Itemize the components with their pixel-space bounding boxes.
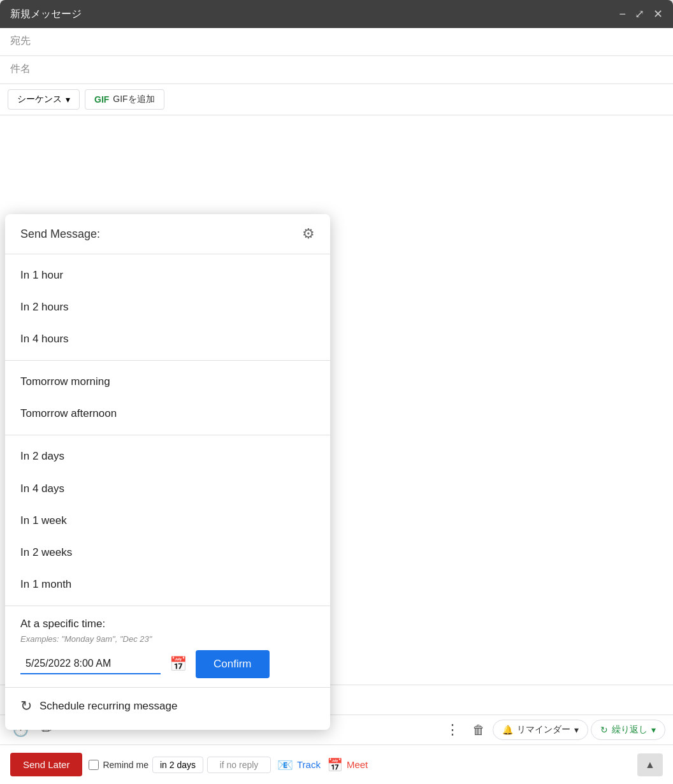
schedule-dropdown: Send Message: ⚙ In 1 hour In 2 hours In … xyxy=(5,214,330,730)
specific-time-label: At a specific time: xyxy=(20,618,315,630)
toolbar-row: シーケンス ▾ GIF GIFを追加 xyxy=(0,84,673,115)
maximize-icon[interactable]: ⤢ xyxy=(635,8,644,20)
if-no-reply-input[interactable] xyxy=(207,757,271,773)
calendar-icon-button[interactable]: 📅 xyxy=(167,656,189,672)
sequence-button[interactable]: シーケンス ▾ xyxy=(8,89,80,110)
meet-icon: 📅 xyxy=(327,757,343,773)
to-field[interactable]: 宛先 xyxy=(0,28,673,56)
item-tomorrow-morning[interactable]: Tomorrow morning xyxy=(5,366,330,398)
group-3: In 2 days In 4 days In 1 week In 2 weeks… xyxy=(5,438,330,602)
divider-1 xyxy=(5,254,330,254)
calendar-icon: 📅 xyxy=(170,656,187,672)
group-2: Tomorrow morning Tomorrow afternoon xyxy=(5,363,330,432)
window-title: 新規メッセージ xyxy=(10,8,82,21)
schedule-recurring-row[interactable]: ↻ Schedule recurring message xyxy=(5,687,330,725)
remind-days-input[interactable] xyxy=(152,757,203,773)
gif-button[interactable]: GIF GIFを追加 xyxy=(85,89,164,110)
gif-label: GIF xyxy=(94,94,109,105)
repeat-arrow-icon: ▾ xyxy=(651,725,656,735)
reminder-arrow-icon: ▾ xyxy=(574,725,579,735)
sequence-arrow-icon: ▾ xyxy=(66,94,70,105)
repeat-icon: ↻ xyxy=(600,725,608,735)
item-in-4-hours[interactable]: In 4 hours xyxy=(5,323,330,355)
gif-suffix: GIFを追加 xyxy=(113,94,154,105)
remind-me-checkbox[interactable] xyxy=(89,760,99,770)
close-icon[interactable]: ✕ xyxy=(653,8,663,20)
item-in-2-hours[interactable]: In 2 hours xyxy=(5,291,330,323)
specific-time-example: Examples: "Monday 9am", "Dec 23" xyxy=(20,634,315,644)
compose-window: 新規メッセージ − ⤢ ✕ 宛先 件名 シーケンス ▾ GIF GIFを追加 S… xyxy=(0,0,673,784)
subject-field[interactable]: 件名 xyxy=(0,56,673,84)
remind-me-label: Remind me xyxy=(103,760,148,770)
item-in-4-days[interactable]: In 4 days xyxy=(5,473,330,505)
divider-2 xyxy=(5,360,330,361)
item-in-1-hour[interactable]: In 1 hour xyxy=(5,259,330,291)
meet-button[interactable]: 📅 Meet xyxy=(327,757,368,773)
title-bar: 新規メッセージ − ⤢ ✕ xyxy=(0,0,673,28)
track-button[interactable]: 📧 Track xyxy=(277,757,321,773)
sequence-label: シーケンス xyxy=(17,94,62,105)
gear-icon[interactable]: ⚙ xyxy=(302,226,315,242)
expand-button[interactable]: ▲ xyxy=(637,753,663,776)
title-bar-actions: − ⤢ ✕ xyxy=(619,8,663,20)
expand-icon: ▲ xyxy=(645,759,655,771)
reminder-button[interactable]: 🔔 リマインダー ▾ xyxy=(493,720,588,740)
item-in-2-days[interactable]: In 2 days xyxy=(5,440,330,472)
recurring-label: Schedule recurring message xyxy=(40,700,177,713)
item-in-2-weeks[interactable]: In 2 weeks xyxy=(5,537,330,569)
confirm-button[interactable]: Confirm xyxy=(196,650,270,678)
subject-label: 件名 xyxy=(10,63,31,74)
compose-body[interactable]: Send Message: ⚙ In 1 hour In 2 hours In … xyxy=(0,115,673,685)
minimize-icon[interactable]: − xyxy=(619,8,626,20)
repeat-label: 繰り返し xyxy=(612,724,648,736)
item-in-1-week[interactable]: In 1 week xyxy=(5,505,330,537)
track-icon: 📧 xyxy=(277,757,293,773)
specific-time-section: At a specific time: Examples: "Monday 9a… xyxy=(5,609,330,687)
specific-time-row: 📅 Confirm xyxy=(20,650,315,678)
meet-label: Meet xyxy=(347,759,368,770)
group-1: In 1 hour In 2 hours In 4 hours xyxy=(5,257,330,358)
send-later-button[interactable]: Send Later xyxy=(10,753,82,776)
more-options-button[interactable]: ⋮ xyxy=(440,719,465,741)
bottom-bar: Send Later Remind me 📧 Track 📅 Meet ▲ xyxy=(0,744,673,784)
reminder-label: リマインダー xyxy=(517,724,570,736)
divider-3 xyxy=(5,435,330,435)
time-input[interactable] xyxy=(20,654,161,674)
recurring-icon: ↻ xyxy=(20,698,32,715)
track-label: Track xyxy=(297,759,321,770)
delete-button[interactable]: 🗑 xyxy=(467,720,490,740)
repeat-button[interactable]: ↻ 繰り返し ▾ xyxy=(591,720,665,740)
reminder-bell-icon: 🔔 xyxy=(502,725,513,735)
item-in-1-month[interactable]: In 1 month xyxy=(5,569,330,600)
remind-me-area: Remind me xyxy=(89,757,271,773)
dropdown-header: Send Message: ⚙ xyxy=(5,214,330,251)
dropdown-title: Send Message: xyxy=(20,228,100,241)
item-tomorrow-afternoon[interactable]: Tomorrow afternoon xyxy=(5,398,330,430)
divider-4 xyxy=(5,606,330,606)
to-label: 宛先 xyxy=(10,35,31,46)
